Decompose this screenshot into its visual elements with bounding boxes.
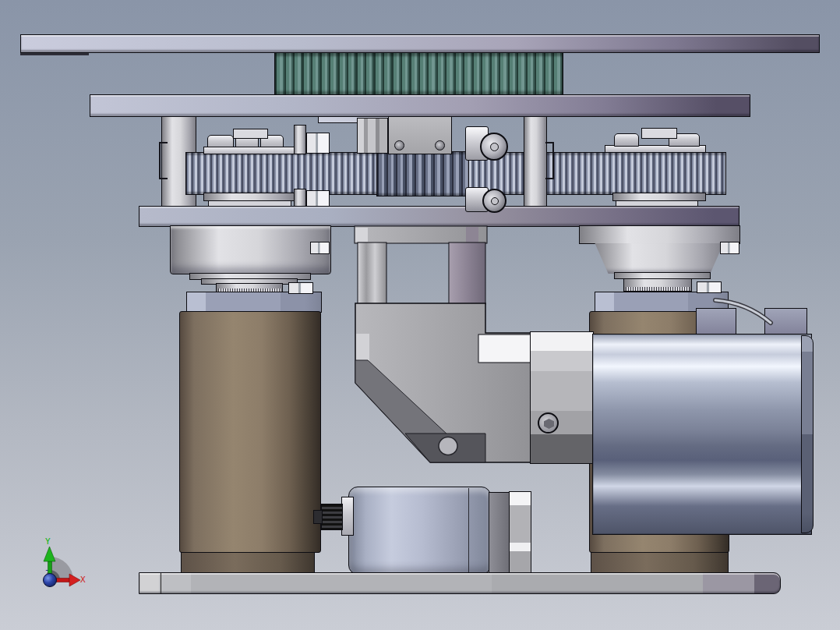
x-axis-arrowhead	[69, 574, 80, 586]
base-plate[interactable]	[139, 572, 781, 594]
encoder-box-seam	[468, 488, 469, 573]
y-axis-label: Y	[45, 536, 51, 547]
hex-bolt-left-lower	[288, 282, 313, 294]
origin-sphere	[44, 574, 57, 587]
hex-nut-left-bottom	[306, 190, 330, 207]
servo-motor[interactable]	[592, 334, 812, 535]
bracket-column-left	[358, 242, 386, 304]
encoder-ring-right	[623, 278, 692, 292]
shaft-bar-left-top	[294, 125, 306, 154]
stepped-bracket	[509, 491, 531, 575]
hub-collar-left-top	[203, 147, 297, 154]
hex-socket	[544, 419, 554, 429]
center-pinion-gear[interactable]	[376, 151, 469, 196]
bearing-drum-right[interactable]	[592, 243, 726, 274]
cable-outline	[715, 300, 771, 323]
bracket-cap-highlight	[355, 228, 368, 242]
socket-screw-b	[435, 140, 445, 150]
y-axis-arrowhead	[44, 547, 55, 561]
gearbox-housing[interactable]	[530, 331, 594, 464]
gear-motor-left[interactable]	[179, 311, 321, 553]
motor-pedestal-right	[591, 552, 729, 573]
bearing-drum-left[interactable]	[170, 225, 331, 274]
encoder-teeth-right	[626, 287, 690, 291]
spacer-block-right	[641, 128, 677, 139]
top-plate-lip	[20, 53, 89, 55]
bracket-post-center	[357, 118, 388, 154]
connector-plug	[313, 510, 323, 524]
spacer-block-left	[233, 129, 268, 139]
bracket-hole	[439, 437, 457, 455]
ring-gear[interactable]	[274, 52, 563, 95]
orientation-triad: Z Y X	[31, 527, 101, 593]
connector-flange	[341, 497, 354, 536]
encoder-box[interactable]	[348, 487, 491, 575]
x-axis-shaft	[55, 579, 69, 582]
retaining-clip-left	[159, 142, 168, 179]
hex-bolt-left-upper	[310, 242, 330, 254]
cad-viewport[interactable]: Z Y X	[0, 0, 840, 630]
top-mounting-plate[interactable]	[20, 34, 820, 53]
motor-cable	[701, 288, 787, 335]
bearing-drum-right-flange[interactable]	[579, 225, 740, 244]
support-post-right[interactable]	[524, 116, 547, 207]
base-plate-seam	[161, 573, 161, 593]
hex-socket-screw	[538, 412, 559, 434]
motor-mount-left[interactable]	[186, 292, 322, 313]
flange-highlight-band	[478, 334, 531, 363]
servo-motor-endcap	[801, 335, 814, 533]
motor-pedestal-left	[181, 552, 315, 573]
retaining-clip-right	[545, 142, 554, 179]
hex-bolt-right-upper	[720, 242, 739, 254]
hex-nut-left-top	[306, 133, 330, 154]
encoder-bracket-dark	[489, 492, 510, 575]
x-axis-label: X	[80, 575, 86, 585]
bracket-column-right	[449, 242, 485, 304]
cable-connector[interactable]	[321, 504, 343, 530]
shaft-bar-left-bottom	[294, 189, 306, 207]
bracket-cap-shade	[466, 227, 478, 242]
standoff-right-1	[614, 133, 639, 147]
cable-core	[715, 300, 771, 323]
idler-roller-top-hub	[490, 143, 499, 151]
idler-roller-bottom-hub	[491, 197, 499, 205]
upper-gear-plate[interactable]	[90, 94, 750, 117]
socket-screw-a	[394, 140, 404, 150]
